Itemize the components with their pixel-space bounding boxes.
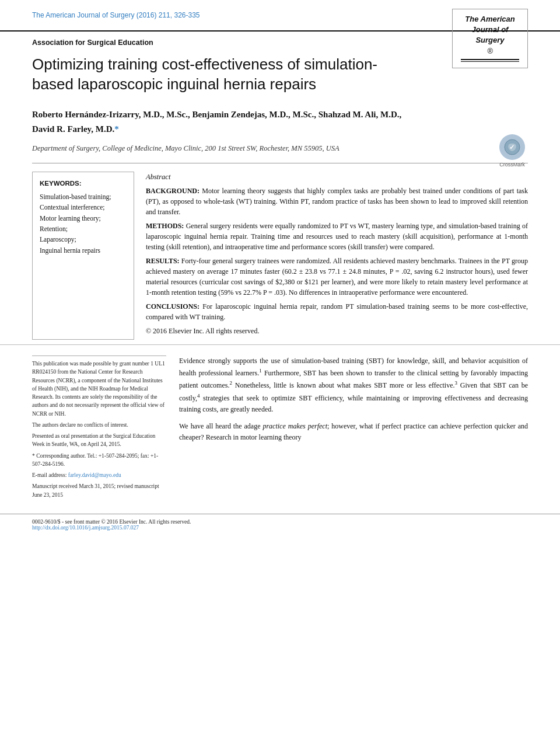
copyright-line: © 2016 Elsevier Inc. All rights reserved… [146, 326, 528, 336]
main-text-column: Evidence strongly supports the use of si… [179, 355, 528, 502]
logo-title-line1: The American [461, 14, 519, 25]
footnote-manuscript: Manuscript received March 31, 2015; revi… [32, 482, 166, 499]
main-para-1: Evidence strongly supports the use of si… [179, 355, 528, 415]
page: The American Journal of Surgery (2016) 2… [0, 0, 560, 753]
keyword-3: Motor learning theory; [40, 213, 127, 224]
authors: Roberto Hernández-Irizarry, M.D., M.Sc.,… [0, 95, 443, 140]
abstract-section: Abstract BACKGROUND: Motor learning theo… [146, 172, 528, 340]
logo-trademark: ® [487, 47, 493, 55]
keyword-2: Contextual interference; [40, 202, 127, 212]
keywords-box: KEYWORDS: Simulation-based training; Con… [32, 172, 134, 340]
email-link[interactable]: farley.david@mayo.edu [68, 472, 121, 478]
methods-label: METHODS: [146, 222, 184, 230]
footnotes-column: This publication was made possible by gr… [32, 355, 166, 502]
results-label: RESULTS: [146, 257, 180, 265]
keyword-4: Retention; [40, 224, 127, 234]
abstract-background: BACKGROUND: Motor learning theory sugges… [146, 186, 528, 217]
keywords-title: KEYWORDS: [40, 178, 127, 189]
affiliation: Department of Surgery, College of Medici… [0, 140, 432, 161]
footnote-conflicts: The authors declare no conflicts of inte… [32, 421, 166, 429]
abstract-methods: METHODS: General surgery residents were … [146, 221, 528, 252]
footnote-presentation: Presented as oral presentation at the Su… [32, 432, 166, 449]
abstract-conclusions: CONCLUSIONS: For laparoscopic inguinal h… [146, 301, 528, 322]
crossmark-badge: ✓ CrossMark [499, 134, 525, 168]
abstract-results: RESULTS: Forty-four general surgery trai… [146, 256, 528, 298]
authors-text: Roberto Hernández-Irizarry, M.D., M.Sc.,… [32, 110, 401, 134]
page-footer: 0002-9610/$ - see front matter © 2016 El… [0, 514, 560, 535]
main-para-2: We have all heard the adage practice mak… [179, 421, 528, 443]
logo-title-line2: Journal of Surgery [461, 25, 519, 46]
svg-text:✓: ✓ [509, 144, 514, 151]
results-text: Forty-four general surgery trainees were… [146, 257, 528, 297]
keyword-1: Simulation-based training; [40, 191, 127, 202]
keyword-5: Laparoscopy; [40, 234, 127, 245]
abstract-title: Abstract [146, 172, 528, 183]
footer-doi-link[interactable]: http://dx.doi.org/10.1016/j.amjsurg.2015… [32, 525, 139, 531]
journal-logo-box: The American Journal of Surgery ® [452, 9, 528, 68]
crossmark-label: CrossMark [499, 162, 525, 168]
background-text: Motor learning theory suggests that high… [146, 187, 528, 216]
footnote-corresponding: * Corresponding author. Tel.: +1-507-284… [32, 452, 166, 469]
keywords-abstract-section: KEYWORDS: Simulation-based training; Con… [0, 166, 560, 340]
background-label: BACKGROUND: [146, 187, 200, 195]
bottom-section: This publication was made possible by gr… [0, 344, 560, 502]
divider [32, 163, 528, 163]
footnote-email: E-mail address: farley.david@mayo.edu [32, 471, 166, 479]
crossmark-icon: ✓ [499, 134, 525, 160]
conclusions-label: CONCLUSIONS: [146, 302, 200, 311]
footer-issn: 0002-9610/$ - see front matter © 2016 El… [32, 519, 528, 525]
article-title: Optimizing training cost-effectiveness o… [0, 49, 426, 95]
keyword-6: Inguinal hernia repairs [40, 245, 127, 256]
footnote-grant: This publication was made possible by gr… [32, 360, 166, 418]
journal-reference[interactable]: The American Journal of Surgery (2016) 2… [32, 11, 200, 19]
conclusions-text: For laparoscopic inguinal hernia repair,… [146, 302, 528, 321]
email-label: E-mail address: [32, 472, 66, 478]
methods-text: General surgery residents were equally r… [146, 222, 528, 251]
